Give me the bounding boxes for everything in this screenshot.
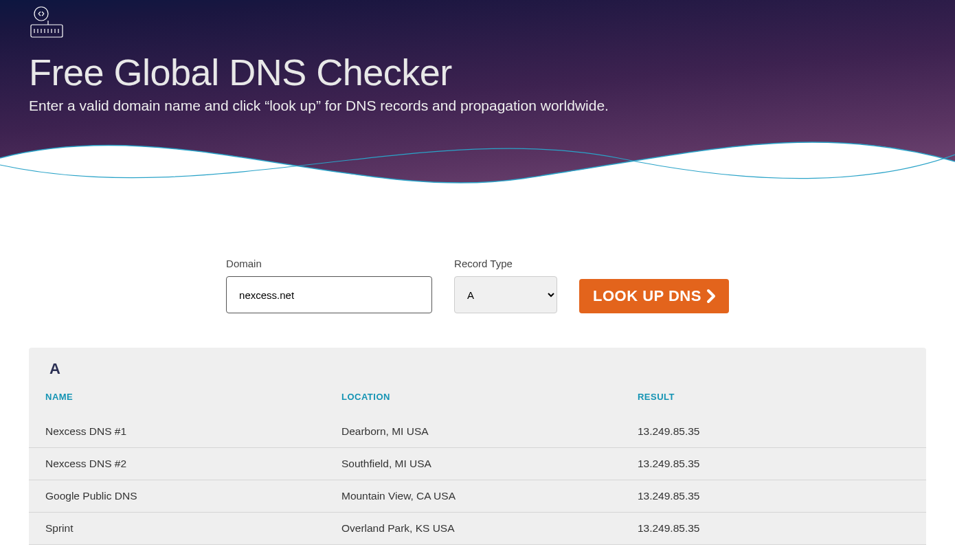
logo-icon	[29, 4, 926, 43]
table-row: SprintOverland Park, KS USA13.249.85.35	[29, 513, 926, 545]
page-title: Free Global DNS Checker	[29, 51, 926, 93]
results-record-type: A	[29, 348, 926, 385]
record-type-label: Record Type	[454, 258, 557, 269]
page-subtitle: Enter a valid domain name and click “loo…	[29, 98, 926, 114]
cell-name: Nexcess DNS #1	[29, 416, 325, 448]
table-row: Nexcess DNS #2Southfield, MI USA13.249.8…	[29, 448, 926, 480]
table-row: Nexcess DNS #1Dearborn, MI USA13.249.85.…	[29, 416, 926, 448]
chevron-right-icon	[706, 289, 717, 304]
record-type-select[interactable]: A	[454, 276, 557, 313]
lookup-form: Domain Record Type A LOOK UP DNS	[0, 210, 955, 348]
results-table: NAME LOCATION RESULT Nexcess DNS #1Dearb…	[29, 385, 926, 545]
domain-label: Domain	[226, 258, 432, 269]
cell-result: 13.249.85.35	[621, 480, 926, 513]
cell-location: Dearborn, MI USA	[325, 416, 621, 448]
hero-banner: Free Global DNS Checker Enter a valid do…	[0, 0, 955, 210]
cell-name: Nexcess DNS #2	[29, 448, 325, 480]
cell-result: 13.249.85.35	[621, 416, 926, 448]
lookup-button[interactable]: LOOK UP DNS	[579, 279, 729, 313]
cell-location: Southfield, MI USA	[325, 448, 621, 480]
results-section: A NAME LOCATION RESULT Nexcess DNS #1Dea…	[0, 348, 955, 560]
lookup-button-label: LOOK UP DNS	[593, 287, 701, 305]
cell-name: Sprint	[29, 513, 325, 545]
svg-point-0	[34, 7, 48, 21]
cell-location: Overland Park, KS USA	[325, 513, 621, 545]
record-type-field-wrap: Record Type A	[454, 258, 557, 313]
column-header-location: LOCATION	[325, 385, 621, 416]
wave-decoration	[0, 120, 955, 210]
svg-rect-1	[31, 25, 63, 37]
column-header-result: RESULT	[621, 385, 926, 416]
cell-location: Mountain View, CA USA	[325, 480, 621, 513]
cell-result: 13.249.85.35	[621, 513, 926, 545]
table-row: Google Public DNSMountain View, CA USA13…	[29, 480, 926, 513]
domain-input[interactable]	[226, 276, 432, 313]
cell-name: Google Public DNS	[29, 480, 325, 513]
cell-result: 13.249.85.35	[621, 448, 926, 480]
domain-field-wrap: Domain	[226, 258, 432, 313]
column-header-name: NAME	[29, 385, 325, 416]
